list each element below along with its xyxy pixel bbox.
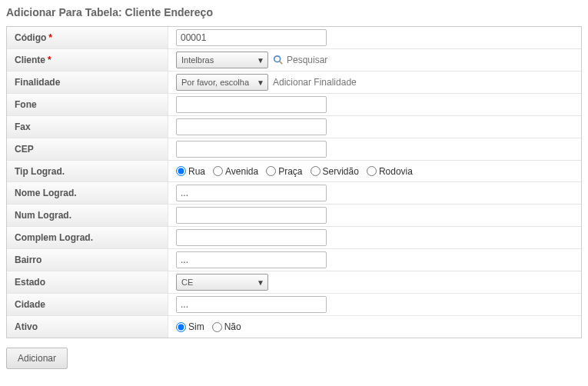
label-cliente: Cliente * (7, 49, 168, 71)
label-bairro: Bairro (7, 249, 168, 271)
radio-nao-text: Não (224, 321, 241, 332)
nome-lograd-input[interactable] (176, 185, 327, 201)
radio-rodovia-text: Rodovia (379, 166, 413, 177)
row-cidade: Cidade (7, 294, 581, 316)
radio-rodovia[interactable] (367, 166, 377, 176)
svg-line-1 (280, 62, 283, 65)
value-finalidade: Por favor, escolha ▼ Adicionar Finalidad… (168, 72, 581, 93)
radio-avenida[interactable] (213, 166, 223, 176)
label-ativo: Ativo (7, 316, 168, 338)
value-ativo: Sim Não (168, 319, 581, 334)
label-num-lograd: Num Lograd. (7, 205, 168, 226)
label-nome-lograd: Nome Lograd. (7, 182, 168, 204)
row-complem-lograd: Complem Lograd. (7, 227, 581, 249)
radio-rua[interactable] (176, 166, 186, 176)
radio-rua-text: Rua (188, 166, 205, 177)
row-fone: Fone (7, 94, 581, 116)
value-tip-lograd: Rua Avenida Praça Servidão Rodovia (168, 164, 581, 179)
codigo-input[interactable] (176, 29, 327, 46)
radio-rua-label[interactable]: Rua (176, 166, 205, 177)
chevron-down-icon: ▼ (257, 278, 264, 287)
chevron-down-icon: ▼ (257, 56, 264, 65)
radio-sim[interactable] (176, 322, 186, 332)
radio-praca-label[interactable]: Praça (266, 166, 302, 177)
row-fax: Fax (7, 116, 581, 138)
value-num-lograd (168, 205, 581, 226)
adicionar-finalidade-link[interactable]: Adicionar Finalidade (273, 77, 357, 88)
radio-nao-label[interactable]: Não (212, 321, 241, 332)
label-complem-lograd: Complem Lograd. (7, 227, 168, 248)
value-complem-lograd (168, 227, 581, 248)
pesquisar-link[interactable]: Pesquisar (273, 55, 327, 65)
label-fone: Fone (7, 94, 168, 115)
radio-praca[interactable] (266, 166, 276, 176)
label-fax: Fax (7, 116, 168, 138)
label-cep: CEP (7, 138, 168, 160)
svg-point-0 (274, 56, 281, 62)
label-codigo-text: Código (15, 32, 46, 43)
radio-servidao-text: Servidão (323, 166, 359, 177)
search-icon (273, 55, 284, 65)
cidade-input[interactable] (176, 296, 327, 313)
finalidade-select[interactable]: Por favor, escolha ▼ (176, 74, 268, 91)
estado-select[interactable]: CE ▼ (176, 274, 268, 291)
fone-input[interactable] (176, 96, 327, 113)
finalidade-select-text: Por favor, escolha (181, 78, 254, 87)
row-estado: Estado CE ▼ (7, 271, 581, 294)
value-fone (168, 94, 581, 115)
adicionar-button[interactable]: Adicionar (6, 348, 68, 369)
label-tip-lograd: Tip Lograd. (7, 161, 168, 181)
label-estado: Estado (7, 271, 168, 293)
value-nome-lograd (168, 182, 581, 204)
value-codigo (168, 27, 581, 48)
value-cidade (168, 294, 581, 315)
tip-lograd-radio-group: Rua Avenida Praça Servidão Rodovia (176, 166, 413, 177)
complem-lograd-input[interactable] (176, 229, 327, 246)
row-bairro: Bairro (7, 249, 581, 271)
radio-sim-label[interactable]: Sim (176, 321, 204, 332)
form-table: Código * Cliente * Intelbras ▼ Pesquisar (6, 26, 582, 338)
radio-rodovia-label[interactable]: Rodovia (367, 166, 413, 177)
radio-praca-text: Praça (278, 166, 302, 177)
cliente-select[interactable]: Intelbras ▼ (176, 52, 268, 68)
radio-avenida-text: Avenida (225, 166, 258, 177)
row-nome-lograd: Nome Lograd. (7, 182, 581, 205)
num-lograd-input[interactable] (176, 207, 327, 224)
value-cep (168, 138, 581, 160)
page-title: Adicionar Para Tabela: Cliente Endereço (6, 6, 582, 18)
radio-sim-text: Sim (188, 321, 204, 332)
label-cidade: Cidade (7, 294, 168, 315)
estado-select-text: CE (181, 278, 254, 287)
row-codigo: Código * (7, 27, 581, 49)
row-cliente: Cliente * Intelbras ▼ Pesquisar (7, 49, 581, 72)
ativo-radio-group: Sim Não (176, 321, 241, 332)
label-finalidade: Finalidade (7, 72, 168, 93)
value-estado: CE ▼ (168, 271, 581, 293)
chevron-down-icon: ▼ (257, 78, 264, 87)
radio-nao[interactable] (212, 322, 222, 332)
value-cliente: Intelbras ▼ Pesquisar (168, 49, 581, 71)
row-tip-lograd: Tip Lograd. Rua Avenida Praça Servidão R… (7, 161, 581, 182)
cliente-select-text: Intelbras (181, 55, 254, 65)
label-codigo: Código * (7, 27, 168, 48)
radio-servidao[interactable] (311, 166, 321, 176)
fax-input[interactable] (176, 118, 327, 135)
pesquisar-text: Pesquisar (287, 55, 327, 65)
cep-input[interactable] (176, 141, 327, 158)
radio-avenida-label[interactable]: Avenida (213, 166, 258, 177)
radio-servidao-label[interactable]: Servidão (311, 166, 359, 177)
label-cliente-text: Cliente (15, 55, 45, 65)
row-num-lograd: Num Lograd. (7, 205, 581, 227)
row-finalidade: Finalidade Por favor, escolha ▼ Adiciona… (7, 72, 581, 94)
required-marker: * (48, 55, 51, 65)
required-marker: * (48, 32, 52, 43)
value-bairro (168, 249, 581, 271)
value-fax (168, 116, 581, 138)
bairro-input[interactable] (176, 251, 327, 268)
footer: Adicionar (6, 348, 582, 369)
row-cep: CEP (7, 138, 581, 161)
row-ativo: Ativo Sim Não (7, 316, 581, 338)
